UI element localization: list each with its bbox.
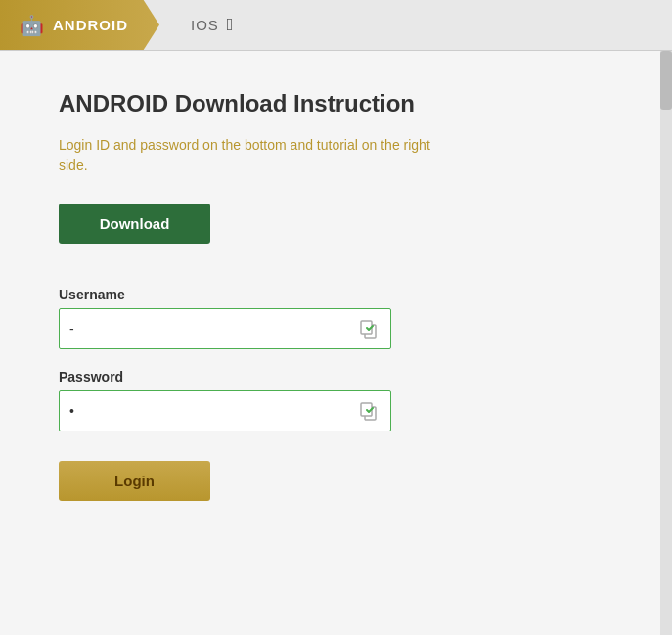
main-content: ANDROID Download Instruction Login ID an… [0,51,672,635]
tab-ios[interactable]: IOS  [159,0,257,50]
username-label: Username [59,287,613,302]
tab-android-label: ANDROID [53,17,128,33]
password-input-wrapper [59,390,391,431]
username-input[interactable] [69,321,357,337]
page-title: ANDROID Download Instruction [59,90,613,117]
username-input-wrapper [59,308,391,349]
username-copy-icon[interactable] [357,317,381,340]
password-label: Password [59,369,613,385]
password-copy-icon[interactable] [357,399,381,423]
tab-bar: 🤖 ANDROID IOS  [0,0,672,51]
login-button[interactable]: Login [59,461,210,501]
username-group: Username [59,287,613,349]
instruction-text: Login ID and password on the bottom and … [59,135,450,176]
apple-icon:  [227,15,235,35]
password-input[interactable] [69,403,357,419]
scrollbar-thumb[interactable] [660,51,672,110]
tab-ios-label: IOS [191,17,219,33]
tab-android[interactable]: 🤖 ANDROID [0,0,159,50]
android-icon: 🤖 [20,14,45,37]
download-button[interactable]: Download [59,204,210,244]
scrollbar-track [660,51,672,635]
password-group: Password [59,369,613,431]
form-section: Username Password [59,287,613,501]
